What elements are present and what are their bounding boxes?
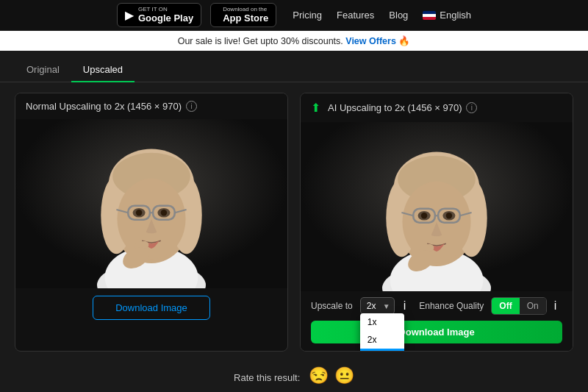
tab-bar: Original Upscaled [0, 51, 588, 82]
view-offers-link[interactable]: View Offers 🔥 [345, 36, 410, 46]
right-portrait-image [301, 122, 573, 291]
google-play-sub: GET IT ON [138, 7, 193, 13]
toggle-off-button[interactable]: Off [492, 298, 519, 314]
blog-link[interactable]: Blog [389, 10, 408, 21]
app-store-main: App Store [223, 13, 268, 24]
svg-point-38 [446, 213, 452, 218]
enhance-quality-label: Enhance Quality [419, 301, 484, 311]
left-panel-footer: Download Image [15, 288, 287, 327]
flag-icon [423, 11, 436, 20]
app-store-button[interactable]: Download on the App Store [210, 3, 276, 28]
rating-sad-button[interactable]: 😒 [309, 366, 329, 385]
toggle-on-button[interactable]: On [520, 298, 546, 314]
right-panel-image [301, 122, 573, 291]
left-download-button[interactable]: Download Image [93, 296, 210, 320]
google-play-main: Google Play [138, 13, 193, 24]
tab-original[interactable]: Original [15, 58, 71, 82]
rating-label: Rate this result: [234, 372, 300, 383]
language-label: English [440, 10, 471, 21]
upscale-label: Upscale to [311, 301, 353, 311]
banner-text: Our sale is live! Get upto 30% discounts… [178, 36, 343, 46]
upscale-select[interactable]: 1x 2x 4x [360, 297, 395, 315]
enhance-toggle: Off On [491, 297, 546, 315]
enhance-info-icon[interactable]: i [554, 299, 557, 313]
upscale-dropdown[interactable]: 1x 2x 4x [360, 313, 404, 352]
right-info-icon[interactable]: i [466, 102, 477, 113]
left-info-icon[interactable]: i [186, 101, 197, 112]
rating-row: Rate this result: 😒 😐 [0, 359, 588, 391]
rating-emojis: 😒 😐 [309, 366, 354, 385]
google-play-button[interactable]: ▶ GET IT ON Google Play [117, 3, 201, 28]
app-store-text: Download on the App Store [223, 7, 268, 24]
svg-point-16 [161, 210, 167, 215]
left-panel: Normal Upscaling to 2x (1456 × 970) i [15, 93, 288, 352]
sale-banner: Our sale is live! Get upto 30% discounts… [0, 31, 588, 51]
svg-point-13 [136, 210, 142, 215]
tab-upscaled[interactable]: Upscaled [71, 58, 135, 82]
left-portrait-image [15, 119, 287, 288]
ai-upscale-icon: ⬆ [311, 101, 320, 115]
upscale-select-wrapper: 1x 2x 4x ▼ 1x 2x 4x [360, 297, 395, 315]
option-2x[interactable]: 2x [360, 331, 404, 349]
header: ▶ GET IT ON Google Play Download on the … [0, 0, 588, 31]
rating-neutral-button[interactable]: 😐 [334, 366, 354, 385]
left-panel-image [15, 119, 287, 288]
svg-point-35 [421, 213, 427, 218]
app-store-sub: Download on the [223, 7, 268, 13]
features-link[interactable]: Features [337, 10, 374, 21]
right-panel-title: AI Upscaling to 2x (1456 × 970) [328, 102, 462, 113]
language-selector[interactable]: English [423, 10, 471, 21]
nav-links: Pricing Features Blog English [293, 10, 471, 21]
controls-row: Upscale to 1x 2x 4x ▼ 1x 2x 4x i [311, 297, 562, 315]
right-download-button[interactable]: Download Image [311, 321, 562, 343]
google-play-icon: ▶ [125, 8, 134, 22]
right-panel-header: ⬆ AI Upscaling to 2x (1456 × 970) i [301, 93, 573, 122]
right-panel: ⬆ AI Upscaling to 2x (1456 × 970) i [300, 93, 573, 352]
option-4x[interactable]: 4x [360, 349, 404, 352]
left-panel-title: Normal Upscaling to 2x (1456 × 970) [26, 101, 182, 112]
main-content: Normal Upscaling to 2x (1456 × 970) i [0, 82, 588, 359]
google-play-text: GET IT ON Google Play [138, 7, 193, 24]
pricing-link[interactable]: Pricing [293, 10, 322, 21]
upscale-info-icon[interactable]: i [404, 299, 406, 313]
right-panel-footer: Upscale to 1x 2x 4x ▼ 1x 2x 4x i [301, 291, 573, 351]
left-panel-header: Normal Upscaling to 2x (1456 × 970) i [15, 93, 287, 119]
option-1x[interactable]: 1x [360, 313, 404, 331]
